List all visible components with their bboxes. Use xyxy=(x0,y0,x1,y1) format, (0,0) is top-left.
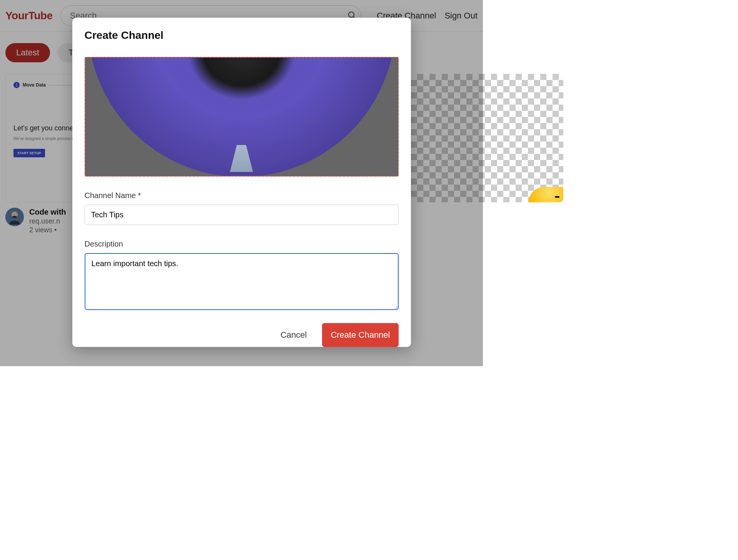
form-group-description: Description xyxy=(85,240,399,312)
description-textarea[interactable] xyxy=(85,253,399,310)
cancel-button[interactable]: Cancel xyxy=(277,324,311,346)
modal-overlay[interactable]: Create Channel Channel Name * Descriptio… xyxy=(0,0,483,366)
thumb-graphic xyxy=(529,187,563,202)
modal-actions: Cancel Create Channel xyxy=(85,323,399,347)
channel-name-label: Channel Name * xyxy=(85,191,399,200)
modal-title: Create Channel xyxy=(85,29,399,42)
create-channel-modal: Create Channel Channel Name * Descriptio… xyxy=(72,18,411,347)
description-label: Description xyxy=(85,240,399,248)
channel-name-input[interactable] xyxy=(85,205,399,225)
duration-badge xyxy=(555,196,559,198)
form-group-name: Channel Name * xyxy=(85,191,399,225)
create-channel-button[interactable]: Create Channel xyxy=(322,323,398,347)
avatar-dropzone[interactable] xyxy=(85,57,399,177)
